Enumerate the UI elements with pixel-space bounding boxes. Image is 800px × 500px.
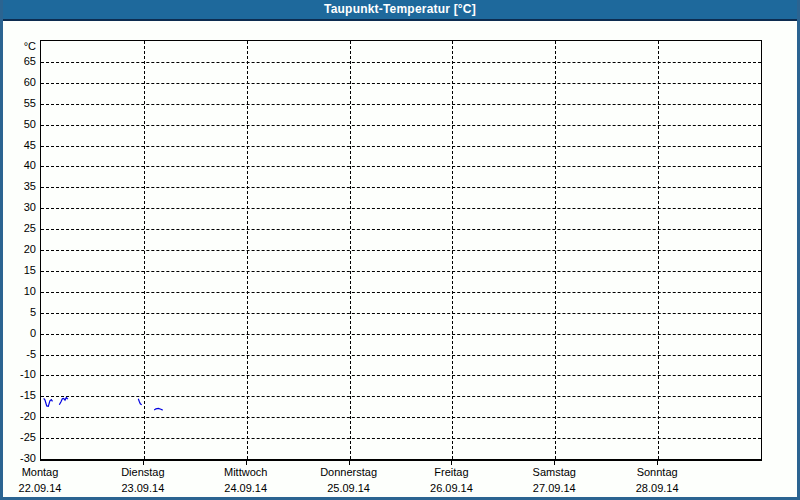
x-axis-date-label: 22.09.14 bbox=[19, 482, 62, 494]
dewpoint-series-line bbox=[138, 399, 141, 405]
x-axis-day-label: Donnerstag bbox=[320, 466, 377, 478]
y-axis-tick-label: -20 bbox=[0, 410, 36, 422]
y-axis-tick-label: 20 bbox=[0, 243, 36, 255]
gridline-horizontal bbox=[41, 417, 761, 418]
y-axis-unit-label: °C bbox=[0, 40, 36, 52]
y-axis-tick-label: 10 bbox=[0, 285, 36, 297]
y-axis-tick-label: 30 bbox=[0, 201, 36, 213]
gridline-horizontal bbox=[41, 187, 761, 188]
gridline-horizontal bbox=[41, 229, 761, 230]
dewpoint-series-line bbox=[154, 408, 163, 410]
gridline-vertical bbox=[452, 41, 453, 459]
y-axis-tick-label: -10 bbox=[0, 368, 36, 380]
y-axis-tick-label: 55 bbox=[0, 97, 36, 109]
y-axis-tick-label: 50 bbox=[0, 118, 36, 130]
y-axis-tick-label: 65 bbox=[0, 55, 36, 67]
gridline-vertical bbox=[350, 41, 351, 459]
gridline-vertical bbox=[144, 41, 145, 459]
y-axis-tick-label: 25 bbox=[0, 222, 36, 234]
x-axis-date-label: 23.09.14 bbox=[121, 482, 164, 494]
gridline-horizontal bbox=[41, 83, 761, 84]
gridline-horizontal bbox=[41, 146, 761, 147]
x-axis-tick bbox=[246, 461, 247, 465]
x-axis-date-label: 26.09.14 bbox=[430, 482, 473, 494]
dewpoint-series-line bbox=[59, 398, 68, 405]
x-axis-tick bbox=[657, 461, 658, 465]
gridline-vertical bbox=[555, 41, 556, 459]
x-axis-day-label: Freitag bbox=[434, 466, 468, 478]
gridline-horizontal bbox=[41, 313, 761, 314]
gridline-horizontal bbox=[41, 375, 761, 376]
gridline-horizontal bbox=[41, 271, 761, 272]
x-axis-day-label: Samstag bbox=[533, 466, 576, 478]
gridline-horizontal bbox=[41, 396, 761, 397]
gridline-horizontal bbox=[41, 438, 761, 439]
x-axis-tick bbox=[554, 461, 555, 465]
gridline-horizontal bbox=[41, 292, 761, 293]
gridline-horizontal bbox=[41, 125, 761, 126]
y-axis-tick-label: 5 bbox=[0, 306, 36, 318]
gridline-horizontal bbox=[41, 104, 761, 105]
y-axis-tick-label: 40 bbox=[0, 159, 36, 171]
chart-window: Taupunkt-Temperatur [°C] °C 656055504540… bbox=[0, 0, 800, 500]
y-axis-tick-label: -5 bbox=[0, 348, 36, 360]
y-axis-tick-label: -15 bbox=[0, 389, 36, 401]
gridline-horizontal bbox=[41, 250, 761, 251]
x-axis-day-label: Montag bbox=[22, 466, 59, 478]
y-axis-tick-label: -25 bbox=[0, 431, 36, 443]
x-axis-day-label: Mittwoch bbox=[224, 466, 267, 478]
gridline-horizontal bbox=[41, 208, 761, 209]
x-axis-tick bbox=[451, 461, 452, 465]
gridline-vertical bbox=[658, 41, 659, 459]
x-axis-date-label: 24.09.14 bbox=[224, 482, 267, 494]
x-axis-tick bbox=[143, 461, 144, 465]
title-bar: Taupunkt-Temperatur [°C] bbox=[0, 0, 800, 21]
y-axis-tick-label: 35 bbox=[0, 180, 36, 192]
gridline-horizontal bbox=[41, 166, 761, 167]
gridline-horizontal bbox=[41, 334, 761, 335]
y-axis-tick-label: -30 bbox=[0, 452, 36, 464]
gridline-vertical bbox=[247, 41, 248, 459]
gridline-horizontal bbox=[41, 62, 761, 63]
y-axis-tick-label: 15 bbox=[0, 264, 36, 276]
x-axis-date-label: 28.09.14 bbox=[636, 482, 679, 494]
x-axis-date-label: 27.09.14 bbox=[533, 482, 576, 494]
window-border-left bbox=[0, 0, 3, 500]
y-axis-tick-label: 45 bbox=[0, 139, 36, 151]
x-axis-tick bbox=[349, 461, 350, 465]
y-axis-tick-label: 0 bbox=[0, 327, 36, 339]
gridline-horizontal bbox=[41, 355, 761, 356]
plot-area bbox=[40, 40, 762, 461]
dewpoint-series-line bbox=[44, 398, 53, 406]
chart-title: Taupunkt-Temperatur [°C] bbox=[324, 2, 476, 16]
y-axis-tick-label: 60 bbox=[0, 76, 36, 88]
x-axis-date-label: 25.09.14 bbox=[327, 482, 370, 494]
x-axis-day-label: Dienstag bbox=[121, 466, 164, 478]
x-axis-day-label: Sonntag bbox=[637, 466, 678, 478]
